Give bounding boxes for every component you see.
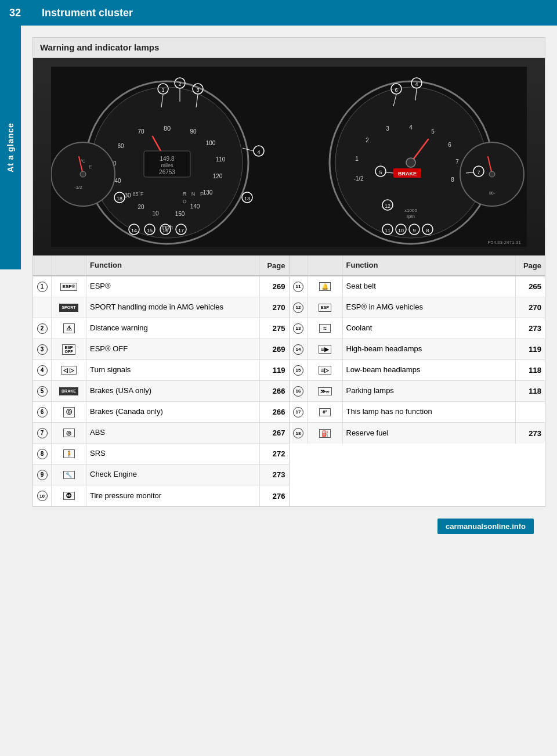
svg-text:30: 30 [124, 192, 131, 199]
abs-icon: ◎ [63, 429, 75, 437]
svg-text:4: 4 [409, 124, 413, 131]
table-row: 11 🔔 Seat belt 265 [290, 276, 545, 297]
svg-text:26753: 26753 [159, 169, 175, 175]
row-function: ABS [86, 423, 260, 443]
svg-text:6: 6 [395, 87, 397, 93]
svg-text:miles: miles [161, 163, 173, 168]
col-icon-header [308, 255, 343, 275]
svg-text:100: 100 [206, 140, 216, 146]
svg-text:1: 1 [161, 87, 164, 93]
svg-text:80-: 80- [489, 191, 495, 195]
parking-lamp-icon: ≫∞ [318, 387, 331, 395]
table-row: 12 ESP ESP® in AMG vehicles 270 [290, 297, 545, 318]
row-num: 6 [33, 402, 52, 422]
svg-text:1: 1 [355, 156, 359, 162]
sport-icon: SPORT [59, 304, 78, 312]
svg-text:15: 15 [147, 228, 153, 233]
svg-text:8: 8 [451, 177, 454, 183]
svg-text:2: 2 [366, 137, 369, 143]
coolant-icon: ≈ [319, 324, 331, 333]
row-function: Reserve fuel [343, 423, 516, 444]
svg-text:11: 11 [385, 228, 390, 233]
svg-text:-1/2: -1/2 [74, 185, 82, 190]
srs-icon: 🧍 [63, 449, 75, 458]
svg-text:18: 18 [117, 196, 122, 201]
tire-pressure-icon: ⓵ [63, 492, 75, 500]
row-page: 269 [260, 276, 289, 297]
table-row: 2 ⚠ Distance warning 275 [33, 318, 289, 339]
svg-text:80: 80 [164, 125, 171, 132]
row-function: Distance warning [86, 318, 260, 339]
row-function: Low-beam headlamps [343, 360, 516, 380]
svg-text:16: 16 [162, 228, 168, 233]
row-icon: ESP [308, 297, 343, 318]
row-page: 270 [516, 297, 545, 318]
right-table-header: Function Page [290, 255, 545, 276]
sidebar-tab: At a glance [0, 26, 21, 269]
row-num: 2 [33, 318, 52, 339]
tables-container: Function Page 1 ESP® ESP® 269 SPORT [33, 255, 545, 506]
svg-text:8: 8 [426, 228, 429, 233]
check-engine-icon: 🔧 [63, 471, 75, 479]
row-page: 266 [260, 402, 289, 422]
no-function-icon: 0° [319, 408, 331, 416]
row-function: Parking lamps [343, 381, 516, 401]
footer-logo: carmanualsonline.info [437, 519, 534, 534]
svg-point-44 [406, 158, 415, 167]
row-page: 273 [260, 465, 289, 485]
table-row: 4 ◁ ▷ Turn signals 119 [33, 360, 289, 381]
row-icon: ≈ [308, 318, 343, 339]
svg-text:10: 10 [398, 228, 404, 233]
svg-text:7: 7 [455, 159, 459, 165]
table-row: 17 0° This lamp has no function [290, 402, 545, 423]
row-num: 8 [33, 444, 52, 464]
svg-text:4: 4 [415, 81, 418, 87]
row-icon: ≫∞ [308, 381, 343, 401]
row-page: 269 [260, 339, 289, 359]
svg-text:150: 150 [175, 211, 185, 217]
svg-text:6: 6 [448, 142, 451, 148]
row-icon: ⛽ [308, 423, 343, 444]
row-page: 119 [260, 360, 289, 380]
section-title: Warning and indicator lamps [40, 42, 159, 52]
row-function: Turn signals [86, 360, 260, 380]
page-number: 32 [9, 7, 32, 19]
esp-icon: ESP® [60, 283, 78, 291]
row-icon: ⚠ [52, 318, 86, 339]
row-num: 10 [33, 485, 52, 506]
svg-text:4: 4 [257, 149, 260, 155]
svg-text:140: 140 [190, 203, 200, 210]
svg-text:20: 20 [138, 204, 144, 210]
row-num [33, 297, 52, 318]
row-page: 118 [516, 360, 545, 380]
row-num: 15 [290, 360, 308, 380]
row-function: Coolant [343, 318, 516, 339]
table-row: 3 ESPOFF ESP® OFF 269 [33, 339, 289, 360]
row-icon: ⓵ [52, 485, 86, 506]
svg-text:P: P [200, 191, 204, 197]
row-num: 13 [290, 318, 308, 339]
row-function: High-beam headlamps [343, 339, 516, 359]
svg-text:3: 3 [386, 125, 389, 132]
section-header: Warning and indicator lamps [33, 38, 545, 58]
row-icon: ◎ [52, 423, 86, 443]
svg-text:9: 9 [413, 228, 415, 233]
row-icon: ≡▶ [308, 339, 343, 359]
svg-text:40: 40 [114, 178, 121, 184]
row-num: 17 [290, 402, 308, 422]
svg-text:12: 12 [385, 203, 390, 209]
sidebar-label: At a glance [6, 123, 15, 172]
row-function: Tire pressure monitor [86, 485, 260, 506]
table-row: 13 ≈ Coolant 273 [290, 318, 545, 339]
row-page: 273 [516, 423, 545, 444]
row-page: 118 [516, 381, 545, 401]
brake-canada-icon: ⓪ [63, 407, 75, 417]
table-row: 8 🧍 SRS 272 [33, 444, 289, 465]
table-row: 7 ◎ ABS 267 [33, 423, 289, 444]
row-icon: ⓪ [52, 402, 86, 422]
row-num: 11 [290, 276, 308, 297]
row-num: 14 [290, 339, 308, 359]
brake-usa-icon: BRAKE [59, 387, 78, 395]
reserve-fuel-icon: ⛽ [319, 429, 331, 438]
cluster-image: 80 70 60 50 40 30 20 10 90 100 110 120 1… [33, 58, 545, 255]
